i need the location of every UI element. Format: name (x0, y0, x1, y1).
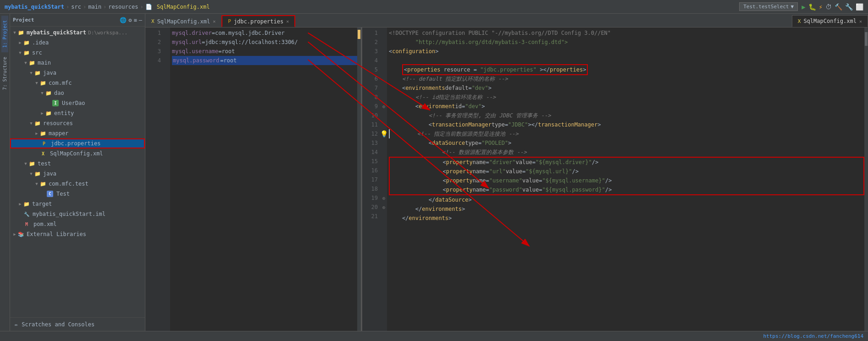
breadcrumb-project[interactable]: mybatis_quickStart (5, 4, 64, 10)
right-line-numbers: 1 2 3 4 5 6 7 8 9 10 11 12 13 14 15 16 1 (362, 28, 381, 331)
run-config-label: Test.testSelect (743, 4, 789, 10)
tab-label: SqlMapConfig.xml (157, 18, 210, 25)
editor-area: X SqlMapConfig.xml ✕ P jdbc.properties ✕… (145, 14, 868, 331)
tree-test[interactable]: ▼ 📁 test (10, 159, 145, 169)
breadcrumb-main[interactable]: main (88, 4, 101, 10)
tree-iml[interactable]: 🔧 mybatis_quickStart.iml (10, 209, 145, 219)
gutter-3 (164, 47, 170, 56)
tree-jdbc-properties[interactable]: P jdbc.properties (10, 138, 145, 148)
folder-icon: 📁 (23, 49, 30, 56)
left-line-numbers: 1 2 3 4 (145, 28, 164, 331)
iml-icon: 🔧 (23, 210, 30, 218)
tree-entity[interactable]: ▶ 📁 entity (10, 108, 145, 118)
gutter-1 (164, 28, 170, 38)
code-line-r21: </environments> (389, 214, 864, 223)
code-line-3: mysql.username = root (172, 47, 357, 56)
tree-test-class[interactable]: C Test (10, 189, 145, 199)
folder-icon: 📁 (39, 79, 47, 87)
tree-mapper[interactable]: ▶ 📁 mapper (10, 128, 145, 138)
code-line-4: mysql.password = root (172, 56, 357, 65)
tab-close-button[interactable]: ✕ (286, 19, 289, 24)
tabs-bar: X SqlMapConfig.xml ✕ P jdbc.properties ✕… (145, 14, 868, 28)
folder-icon: 📁 (34, 170, 41, 177)
tab-close-button[interactable]: ✕ (859, 19, 862, 24)
code-line-r16: <property name= "url" value= "${mysql.ur… (390, 167, 863, 176)
tree-test-java[interactable]: ▼ 📁 java (10, 169, 145, 179)
tab-xml-icon: X (798, 18, 801, 24)
class-icon: C (47, 191, 53, 197)
code-line-r6: <!-- default 指定默认环境的名称 --> (389, 74, 864, 83)
coverage-icon[interactable]: ⚡ (819, 3, 823, 11)
tree-target[interactable]: ▶ 📁 target (10, 199, 145, 209)
profile-icon[interactable]: ⏱ (825, 3, 832, 11)
code-line-r3: <configuration> (389, 47, 864, 56)
status-bar: https://blog.csdn.net/fancheng614 (0, 331, 868, 341)
tab-sqlmapconfig-right[interactable]: X SqlMapConfig.xml ✕ (792, 15, 868, 27)
left-scrollbar[interactable] (357, 28, 361, 331)
scroll-thumb (358, 30, 360, 39)
pom-icon: M (23, 220, 30, 228)
tab-jdbc-properties[interactable]: P jdbc.properties ✕ (221, 15, 295, 27)
sidebar-settings-icon[interactable]: ⚙ (128, 17, 132, 23)
run-config[interactable]: Test.testSelect ▼ (739, 2, 798, 11)
tree-pom[interactable]: M pom.xml (10, 219, 145, 229)
folder-icon: 📁 (45, 89, 52, 97)
sidebar-bottom[interactable]: ✏️ Scratches and Consoles (10, 317, 145, 331)
properties-icon: P (40, 140, 48, 147)
tab-sqlmapconfig-left[interactable]: X SqlMapConfig.xml ✕ (145, 15, 221, 27)
run-config-dropdown[interactable]: ▼ (791, 4, 794, 10)
tab-label: jdbc.properties (234, 18, 283, 25)
breadcrumb-src[interactable]: src (71, 4, 81, 10)
structure-tab[interactable]: 7: Structure (1, 52, 8, 94)
maximize-icon[interactable]: ⬜ (856, 3, 863, 11)
run-icon[interactable]: ▶ (802, 3, 805, 11)
scroll-thumb (865, 32, 868, 46)
status-url[interactable]: https://blog.csdn.net/fancheng614 (763, 333, 863, 339)
tree-idea[interactable]: ▶ 📁 .idea (10, 38, 145, 48)
tab-close-button[interactable]: ✕ (213, 19, 216, 24)
tree-resources[interactable]: ▼ 📁 resources (10, 118, 145, 128)
code-line-r1: <!DOCTYPE configuration PUBLIC "-//mybat… (389, 28, 864, 38)
folder-icon: 📁 (39, 180, 47, 187)
sidebar-toolbar-icons: 🌐 ⚙ ≡ — (120, 17, 142, 23)
folder-icon: 📁 (34, 120, 41, 127)
code-line-r15: <property name= "driver" value= "${mysql… (390, 158, 863, 167)
sidebar-label: Project (13, 17, 34, 23)
tree-root[interactable]: ▼ 📁 mybatis_quickStart D:\workspa... (10, 28, 145, 38)
code-line-2: mysql.url = jdbc:mysql://localhost:3306/ (172, 38, 357, 47)
breadcrumb-resources[interactable]: resources (108, 4, 138, 10)
sidebar-browser-icon[interactable]: 🌐 (120, 17, 127, 23)
sidebar-collapse-icon[interactable]: — (139, 17, 142, 23)
code-line-r2: "http://mybatis.org/dtd/mybatis-3-config… (389, 38, 864, 47)
tree-main[interactable]: ▼ 📁 main (10, 58, 145, 68)
tab-label: SqlMapConfig.xml (803, 18, 857, 24)
tree-dao[interactable]: ▼ 📁 dao (10, 88, 145, 98)
code-line-r7: <environments default= "dev"> (389, 83, 864, 93)
tab-properties-icon: P (228, 18, 231, 24)
tree-userdao[interactable]: I UserDao (10, 98, 145, 108)
sidebar-tree: ▼ 📁 mybatis_quickStart D:\workspa... ▶ 📁… (10, 27, 145, 317)
debug-icon[interactable]: 🐛 (808, 3, 816, 11)
sidebar-expand-icon[interactable]: ≡ (134, 17, 137, 23)
scratches-icon: ✏️ (15, 321, 18, 328)
project-tab[interactable]: 1: Project (1, 16, 8, 52)
tree-src[interactable]: ▼ 📁 src (10, 48, 145, 58)
build-icon[interactable]: 🔨 (835, 3, 842, 11)
folder-icon: 📁 (45, 110, 52, 117)
sidebar-toolbar: Project 🌐 ⚙ ≡ — (10, 14, 145, 27)
left-code-area[interactable]: mysql.driver = com.mysql.jdbc.Driver mys… (170, 28, 357, 331)
tree-com-mfc[interactable]: ▼ 📁 com.mfc (10, 78, 145, 88)
right-code-area[interactable]: <!DOCTYPE configuration PUBLIC "-//mybat… (387, 28, 864, 331)
project-icon: 📁 (17, 29, 25, 36)
right-scrollbar[interactable] (864, 28, 868, 331)
code-line-r5: <properties resource = "jdbc.properties"… (389, 65, 864, 74)
tree-external-libs[interactable]: ▶ 📚 External Libraries (10, 229, 145, 239)
tree-java[interactable]: ▼ 📁 java (10, 68, 145, 78)
breadcrumb-file: 📄 SqlMapConfig.xml (145, 4, 210, 10)
xml-icon: X (39, 150, 47, 157)
property-box: <property name= "driver" value= "${mysql… (389, 157, 864, 195)
tools-icon[interactable]: 🔧 (845, 3, 853, 11)
tree-sqlmapconfig[interactable]: X SqlMapConfig.xml (10, 148, 145, 159)
interface-icon: I (52, 100, 59, 106)
tree-com-mfc-test[interactable]: ▼ 📁 com.mfc.test (10, 179, 145, 189)
